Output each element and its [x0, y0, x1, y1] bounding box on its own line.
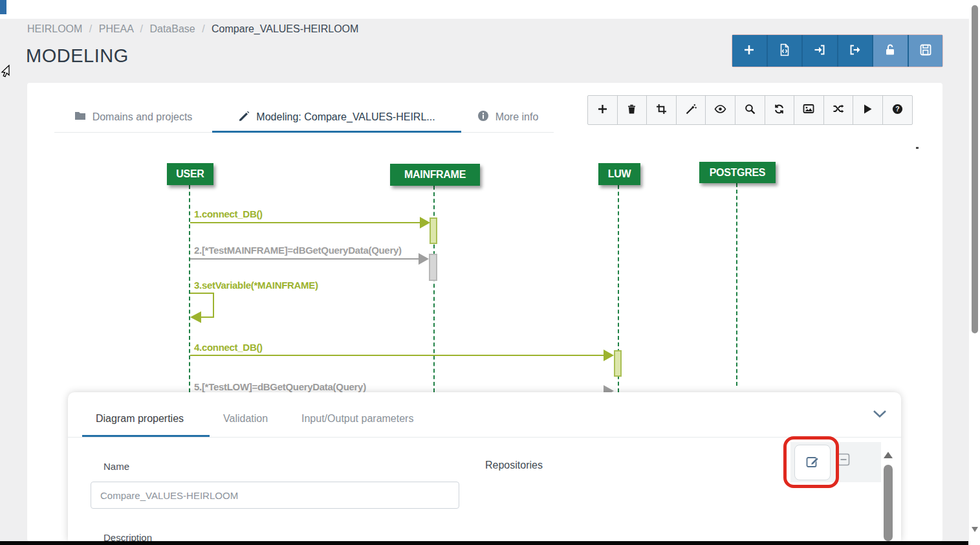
activation-bar[interactable] [430, 217, 437, 244]
refresh-button[interactable] [765, 96, 794, 124]
help-button[interactable]: ? [882, 96, 912, 124]
trash-icon [626, 104, 637, 117]
message-arrowhead [604, 350, 614, 361]
message-label[interactable]: 5.[*TestLOW]=dBGetQueryData(Query) [194, 381, 366, 392]
active-tab-underline [212, 131, 461, 133]
message-label[interactable]: 1.connect_DB() [194, 208, 263, 219]
chevron-down-icon [873, 410, 887, 421]
breadcrumb: HEIRLOOM / PHEAA / DataBase / Compare_VA… [27, 23, 358, 35]
magic-wand-button[interactable] [676, 96, 706, 124]
tab-more-info[interactable]: More info [462, 102, 554, 132]
mouse-cursor [0, 65, 10, 82]
repositories-label: Repositories [485, 460, 543, 471]
svg-text:?: ? [895, 105, 899, 113]
eye-icon [714, 104, 726, 117]
message-label[interactable]: 2.[*TestMAINFRAME]=dBGetQueryData(Query) [194, 245, 402, 256]
edit-repositories-button[interactable] [794, 445, 831, 480]
self-message-side-line [213, 293, 214, 317]
search-icon [745, 104, 756, 117]
diagram-toolbar: ? [587, 95, 913, 125]
lifeline-head-user[interactable]: USER [167, 163, 213, 185]
message-arrowhead [190, 311, 201, 323]
add-element-button[interactable] [588, 96, 617, 124]
panel-scrollbar-thumb[interactable] [884, 465, 893, 541]
lifeline-mainframe [433, 186, 435, 392]
plus-icon [743, 43, 756, 59]
breadcrumb-item[interactable]: DataBase [149, 23, 195, 34]
refresh-icon [774, 104, 785, 117]
lifeline-head-mainframe[interactable]: MAINFRAME [390, 164, 480, 186]
rearrange-button[interactable] [823, 96, 853, 124]
window-bottom-edge [0, 541, 968, 545]
browser-accent-bar [0, 0, 6, 14]
export-model-button[interactable] [767, 35, 802, 67]
preview-button[interactable] [705, 96, 735, 124]
name-input[interactable] [91, 482, 459, 509]
name-field-label: Name [103, 461, 129, 472]
message-label[interactable]: 3.setVariable(*MAINFRAME) [194, 280, 318, 291]
breadcrumb-separator: / [89, 23, 92, 34]
activation-bar[interactable] [614, 350, 622, 377]
save-button[interactable] [908, 35, 943, 67]
minus-square-icon [837, 453, 850, 469]
unlock-button[interactable] [872, 35, 908, 67]
message-line[interactable] [190, 222, 420, 223]
pencil-square-icon [805, 454, 820, 471]
crop-icon [656, 104, 667, 117]
collapse-panel-button[interactable] [870, 408, 889, 423]
lifeline-head-postgres[interactable]: POSTGRES [699, 162, 776, 183]
plus-icon [597, 104, 608, 117]
tab-domains-and-projects[interactable]: Domains and projects [54, 102, 212, 132]
check-out-button[interactable] [837, 35, 873, 67]
page-scrollbar-thumb[interactable] [972, 5, 978, 333]
message-arrowhead [419, 253, 429, 265]
info-icon [477, 110, 489, 124]
workspace-tabstrip: Domains and projects Modeling: Compare_V… [54, 102, 554, 133]
pencil-icon [239, 111, 250, 124]
tab-label: Domains and projects [93, 111, 193, 123]
zoom-button[interactable] [735, 96, 765, 124]
question-circle-icon: ? [892, 104, 903, 117]
activation-bar[interactable] [429, 254, 437, 281]
lifeline-head-luw[interactable]: LUW [598, 163, 640, 185]
sign-in-icon [813, 43, 826, 59]
breadcrumb-item[interactable]: HEIRLOOM [27, 23, 82, 34]
magic-wand-icon [686, 104, 697, 117]
panel-scroll-up-arrow[interactable] [884, 452, 893, 458]
panel-tab-validation[interactable]: Validation [223, 413, 268, 425]
run-button[interactable] [853, 96, 882, 124]
add-button[interactable] [732, 35, 767, 67]
play-icon [863, 104, 873, 117]
crop-button[interactable] [646, 96, 676, 124]
remove-repository-button[interactable] [836, 453, 851, 469]
unlock-icon [884, 43, 897, 59]
file-code-icon [778, 43, 791, 59]
breadcrumb-separator: / [140, 23, 143, 34]
message-line[interactable] [190, 355, 604, 356]
export-image-button[interactable] [794, 96, 823, 124]
check-in-button[interactable] [801, 35, 837, 67]
tab-modeling[interactable]: Modeling: Compare_VALUES-HEIRL... [212, 102, 462, 132]
folder-icon [74, 111, 86, 124]
page-title: MODELING [26, 45, 129, 67]
delete-button[interactable] [617, 96, 647, 124]
properties-panel: Diagram properties Validation Input/Outp… [68, 392, 901, 541]
save-icon [919, 43, 932, 59]
message-arrowhead [420, 217, 430, 228]
breadcrumb-item[interactable]: PHEAA [99, 23, 133, 34]
page-scrollbar-down-arrow[interactable] [972, 527, 978, 532]
panel-tab-divider [68, 437, 901, 438]
image-icon [803, 104, 814, 117]
message-line[interactable] [190, 258, 419, 260]
breadcrumb-item-current: Compare_VALUES-HEIRLOOM [212, 23, 358, 34]
self-message-top-line[interactable] [190, 293, 214, 294]
tab-label: More info [495, 111, 539, 123]
message-label[interactable]: 4.connect_DB() [194, 342, 263, 353]
panel-tab-io-parameters[interactable]: Input/Output parameters [301, 413, 413, 425]
description-field-label: Description [103, 532, 152, 541]
panel-tab-diagram-properties[interactable]: Diagram properties [96, 413, 184, 425]
breadcrumb-separator: / [202, 23, 204, 34]
tab-label: Modeling: Compare_VALUES-HEIRL... [256, 111, 435, 123]
model-actions-toolbar [732, 34, 943, 67]
self-message-bottom-line [200, 317, 214, 318]
